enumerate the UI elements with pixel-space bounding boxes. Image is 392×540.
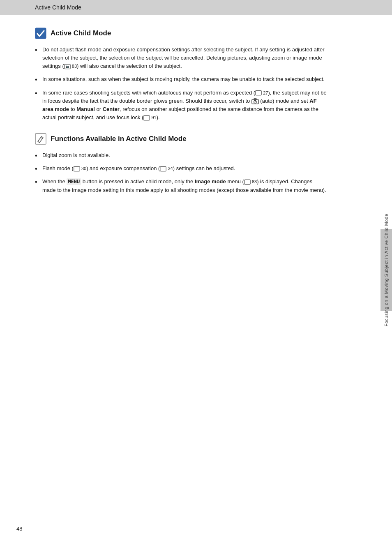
- svg-rect-5: [254, 99, 256, 100]
- page-number: 48: [16, 526, 22, 532]
- camera-auto-icon: [251, 98, 259, 104]
- ref-icon-91: [143, 115, 150, 121]
- bullet-3: In some rare cases shooting subjects wit…: [35, 89, 327, 122]
- section1-icon: [35, 28, 46, 39]
- svg-text:📷: 📷: [66, 65, 69, 68]
- ref-icon-83a: 📷: [64, 64, 71, 69]
- bullet-4: Digital zoom is not available.: [35, 151, 327, 159]
- bullet-6: When the MENU button is pressed in activ…: [35, 178, 327, 194]
- section1-heading: Active Child Mode: [35, 28, 327, 39]
- svg-rect-14: [244, 180, 250, 184]
- checkmark-note-icon: [35, 28, 46, 39]
- main-content: Active Child Mode Do not adjust flash mo…: [0, 15, 362, 218]
- section2-bullets: Digital zoom is not available. Flash mod…: [35, 151, 327, 194]
- ref-icon-34: [160, 166, 166, 172]
- svg-rect-3: [256, 91, 261, 95]
- svg-rect-9: [35, 134, 46, 144]
- section2-icon: [35, 133, 46, 145]
- section2-heading: Functions Available in Active Child Mode: [35, 133, 327, 145]
- svg-point-7: [255, 102, 256, 102]
- ref-icon-30: [74, 166, 80, 172]
- svg-rect-13: [160, 166, 166, 171]
- bullet-5: Flash mode ( 30) and exposure compensati…: [35, 164, 327, 173]
- svg-rect-8: [144, 115, 150, 120]
- ref-icon-27: [255, 90, 262, 96]
- bullet-1: Do not adjust flash mode and exposure co…: [35, 46, 327, 70]
- section1-bullets: Do not adjust flash mode and exposure co…: [35, 46, 327, 122]
- svg-rect-12: [74, 166, 80, 171]
- section1-title: Active Child Mode: [51, 29, 111, 37]
- section2-title: Functions Available in Active Child Mode: [51, 135, 187, 143]
- sidebar-tab-label: Focusing on a Moving Subject in Active C…: [384, 214, 389, 327]
- header-title: Active Child Mode: [35, 4, 81, 11]
- page-header: Active Child Mode: [0, 0, 392, 15]
- bullet-2: In some situations, such as when the sub…: [35, 75, 327, 83]
- ref-icon-83b: [244, 179, 251, 185]
- pencil-note-icon: [35, 133, 46, 145]
- menu-label: MENU: [67, 178, 81, 185]
- sidebar-tab: Focusing on a Moving Subject in Active C…: [380, 229, 392, 311]
